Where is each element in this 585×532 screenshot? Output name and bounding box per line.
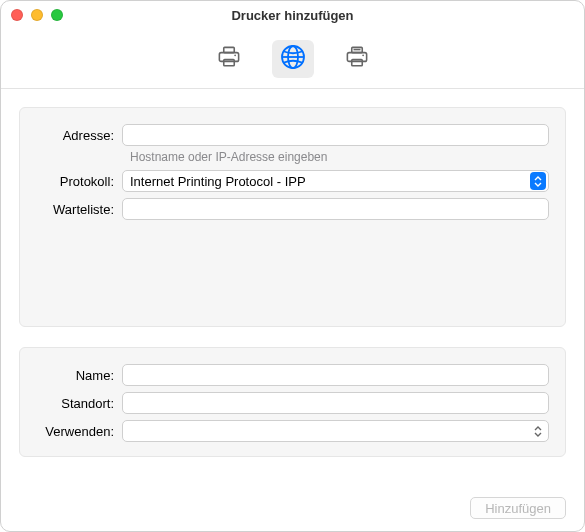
location-label: Standort:: [36, 396, 122, 411]
use-label: Verwenden:: [36, 424, 122, 439]
chevron-updown-icon: [530, 172, 546, 190]
name-label: Name:: [36, 368, 122, 383]
printer-icon: [215, 43, 243, 74]
protocol-value: Internet Printing Protocol - IPP: [130, 174, 530, 189]
queue-label: Warteliste:: [36, 202, 122, 217]
svg-point-3: [234, 54, 236, 56]
protocol-select[interactable]: Internet Printing Protocol - IPP: [122, 170, 549, 192]
svg-point-11: [362, 54, 364, 56]
globe-icon: [279, 43, 307, 74]
queue-input[interactable]: [122, 198, 549, 220]
tab-ip[interactable]: [272, 40, 314, 78]
titlebar: Drucker hinzufügen: [1, 1, 584, 29]
footer: Hinzufügen: [1, 487, 584, 531]
connection-panel: Adresse: Hostname oder IP-Adresse eingeb…: [19, 107, 566, 327]
content: Adresse: Hostname oder IP-Adresse eingeb…: [1, 89, 584, 487]
svg-rect-2: [223, 60, 234, 66]
location-input[interactable]: [122, 392, 549, 414]
name-input[interactable]: [122, 364, 549, 386]
details-panel: Name: Standort: Verwenden:: [19, 347, 566, 457]
add-button-label: Hinzufügen: [485, 501, 551, 516]
tab-windows[interactable]: [336, 40, 378, 78]
toolbar: [1, 29, 584, 89]
svg-rect-10: [351, 60, 362, 66]
chevron-updown-icon: [530, 422, 546, 440]
tab-default[interactable]: [208, 40, 250, 78]
printer-advanced-icon: [343, 43, 371, 74]
protocol-label: Protokoll:: [36, 174, 122, 189]
window-title: Drucker hinzufügen: [1, 8, 584, 23]
add-button[interactable]: Hinzufügen: [470, 497, 566, 519]
address-input[interactable]: [122, 124, 549, 146]
address-hint: Hostname oder IP-Adresse eingeben: [130, 150, 549, 164]
add-printer-window: Drucker hinzufügen: [0, 0, 585, 532]
use-select[interactable]: [122, 420, 549, 442]
address-label: Adresse:: [36, 128, 122, 143]
